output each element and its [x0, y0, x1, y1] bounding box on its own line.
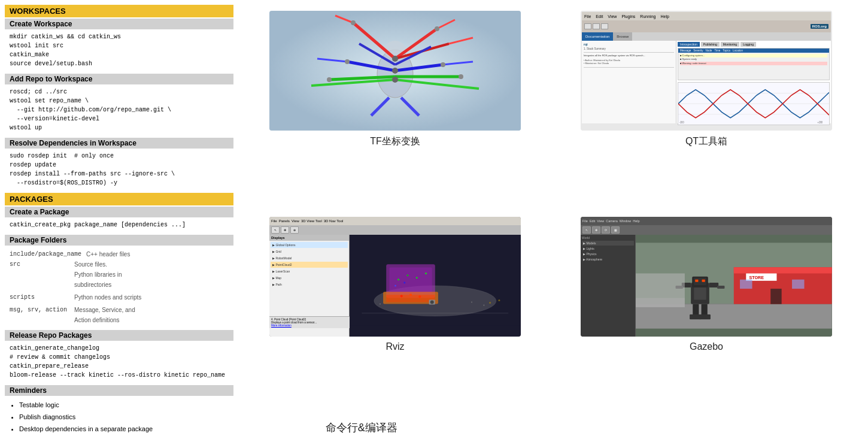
svg-point-27 [392, 56, 398, 62]
svg-rect-66 [771, 289, 782, 304]
left-pane: rqt 1. Stack Summary Integrates all the … [582, 41, 676, 123]
svg-point-55 [471, 302, 472, 303]
gazebo-toolbar: ↖ ✥ ⟳ ▦ [581, 225, 832, 235]
pane-tab: Monitoring [721, 42, 739, 47]
svg-rect-60 [636, 304, 832, 329]
pane-tab: Logging [740, 42, 756, 47]
toolbar-btn [601, 23, 608, 29]
display-item: ▶ LaserScan [271, 268, 348, 274]
tf-svg [269, 11, 521, 131]
svg-point-43 [407, 274, 409, 276]
message-list: MessageSeverityNodeTimeTopicsLocation ■ … [678, 48, 830, 80]
svg-rect-76 [709, 283, 718, 287]
create-workspace-header: Create Workspace [5, 19, 233, 29]
qt-cell: File Edit View Plugins Running Help ROS.… [551, 6, 862, 212]
menu-item: View [597, 219, 604, 223]
svg-rect-81 [690, 314, 700, 319]
display-item: ▶ RobotModel [271, 255, 348, 261]
world-label: World [582, 236, 634, 240]
svg-point-21 [435, 26, 439, 31]
rviz-left-sidebar: Displays ▶ Global Options ▶ Grid ▶ Robot… [269, 235, 350, 337]
create-package-header: Create a Package [5, 207, 233, 217]
svg-point-57 [489, 302, 491, 304]
gazebo-menubar: File Edit View Camera Window Help [581, 217, 832, 225]
rviz-cell: File Panels View 3D View Tool 3D Nav Too… [239, 212, 551, 418]
world-item: ▶ Physics [582, 252, 634, 256]
svg-point-47 [404, 281, 406, 283]
table-row: scripts Python nodes and scripts [10, 292, 229, 302]
create-workspace-code: mkdir catkin_ws && cd catkin_wswstool in… [5, 31, 233, 71]
tab-active: Documentation [582, 32, 613, 41]
right-pane: Introspection Publishing Monitoring Logg… [676, 41, 831, 123]
resolve-deps-code: sudo rosdep init # only oncerosdep updat… [5, 150, 233, 190]
svg-rect-39 [390, 267, 432, 295]
menu-item: File [271, 219, 277, 223]
folder-desc: C++ header files [86, 249, 130, 259]
world-item: ▶ Lights [582, 246, 634, 251]
list-item: ■ Warning: node timeout [680, 62, 827, 65]
svg-rect-78 [718, 286, 725, 289]
svg-rect-68 [792, 280, 804, 289]
menu-item: File [582, 219, 588, 223]
folder-name: msg, srv, action [10, 305, 69, 325]
package-folders-table: include/package_name C++ header files sr… [5, 247, 233, 328]
rviz-screenshot: File Panels View 3D View Tool 3D Nav Too… [269, 217, 521, 337]
tf-caption: TF坐标变换 [370, 135, 420, 148]
qt-toolbar: ROS.org [582, 20, 831, 32]
chart-area: -200 +200 [678, 82, 830, 125]
folder-name: scripts [10, 292, 69, 302]
svg-text:-200: -200 [679, 120, 684, 123]
release-header: Release Repo Packages [5, 330, 233, 341]
qt-image: File Edit View Plugins Running Help ROS.… [581, 11, 832, 131]
menu-item: Plugins [621, 14, 635, 19]
folder-name: include/package_name [10, 249, 81, 259]
svg-point-44 [416, 277, 418, 278]
pane-tab: Publishing [701, 42, 720, 47]
gazebo-image: File Edit View Camera Window Help ↖ ✥ ⟳ … [581, 217, 832, 337]
tool-btn: ✥ [281, 226, 289, 234]
ros-logo: ROS.org [811, 24, 828, 29]
tool-btn: ⟳ [602, 226, 610, 234]
chart-svg: -200 +200 [678, 83, 829, 125]
pane-tab: Introspection [678, 42, 700, 47]
menu-item: Help [660, 14, 669, 19]
svg-point-22 [351, 20, 356, 25]
svg-point-26 [327, 77, 332, 82]
menu-item: Panels [279, 219, 290, 223]
content-area: rqt 1. Stack Summary Integrates all the … [582, 41, 831, 123]
menu-item: Help [633, 219, 639, 223]
svg-rect-79 [693, 304, 699, 316]
tool-btn: ▦ [611, 226, 620, 234]
menu-item: 3D Nav Tool [324, 219, 344, 223]
workspaces-header: WORKSPACES [5, 5, 233, 17]
toolbar-btn [593, 23, 600, 29]
left-panel: WORKSPACES Create Workspace mkdir catkin… [0, 0, 233, 436]
pane-tabs: Introspection Publishing Monitoring Logg… [678, 42, 830, 47]
world-item: ▶ Models [582, 241, 634, 246]
menu-item: View [608, 14, 617, 19]
list-item: Desktop dependencies in a separate packa… [19, 423, 229, 435]
menu-item: View [292, 219, 299, 223]
svg-point-45 [425, 272, 427, 274]
menu-item: Window [620, 219, 632, 223]
tool-btn: ✥ [592, 226, 600, 234]
rviz-3d-svg [350, 235, 521, 337]
menu-item: Running [640, 14, 655, 19]
svg-point-49 [409, 293, 412, 296]
svg-rect-63 [734, 267, 832, 273]
gazebo-sidebar: World ▶ Models ▶ Lights ▶ Physics ▶ Atmo… [581, 235, 636, 337]
display-item: ▶ Path [271, 281, 348, 287]
qt-screenshot: File Edit View Plugins Running Help ROS.… [581, 11, 832, 131]
svg-rect-67 [740, 280, 752, 289]
packages-header: PACKAGES [5, 193, 233, 205]
displays-header: Displays [269, 235, 349, 241]
create-package-code: catkin_create_pkg package_name [dependen… [5, 219, 233, 232]
list-item: Testable logic [19, 399, 229, 411]
menu-item: 3D View Tool [301, 219, 322, 223]
menu-item: File [584, 14, 591, 19]
table-row: include/package_name C++ header files [10, 249, 229, 259]
divider [584, 52, 674, 53]
gazebo-svg: STORE [636, 235, 832, 337]
svg-point-28 [392, 68, 398, 74]
tab-bar: Documentation Browse [582, 32, 831, 41]
